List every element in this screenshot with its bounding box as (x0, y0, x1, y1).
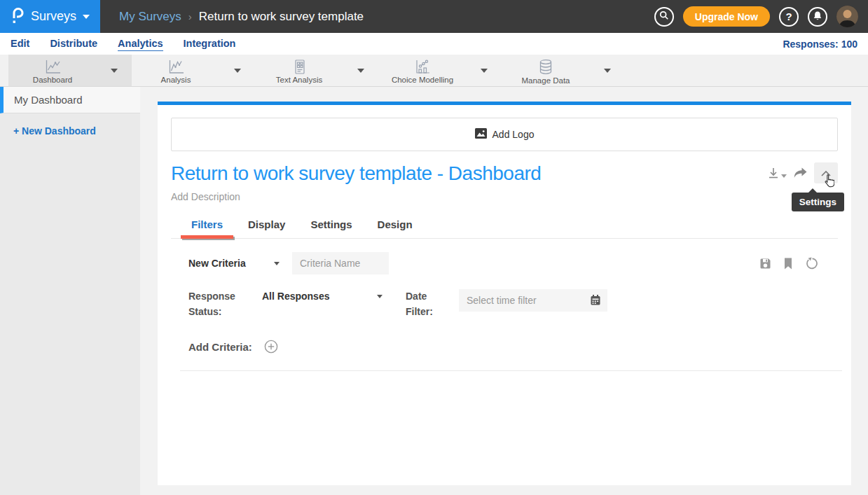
tab-design[interactable]: Design (378, 218, 413, 238)
tab-integration[interactable]: Integration (184, 36, 236, 51)
search-icon (659, 11, 669, 22)
dashboard-title[interactable]: Return to work survey template - Dashboa… (171, 162, 541, 185)
tab-edit[interactable]: Edit (11, 36, 29, 51)
criteria-row: New Criteria (188, 252, 838, 274)
dashboard-actions: Settings (767, 162, 838, 183)
toolbar-label: Analysis (161, 76, 191, 84)
product-label: Surveys (31, 9, 76, 24)
image-icon (475, 128, 487, 141)
text-analysis-dropdown-toggle[interactable] (343, 55, 378, 86)
breadcrumb-separator: › (188, 11, 192, 22)
chevron-down-icon (781, 174, 787, 178)
bell-icon (813, 11, 822, 23)
toolbar-label: Manage Data (521, 76, 570, 85)
dashboard-title-row: Return to work survey template - Dashboa… (171, 162, 838, 185)
chevron-down-icon (377, 295, 383, 298)
criteria-select[interactable]: New Criteria (188, 258, 280, 269)
tab-settings[interactable]: Settings (310, 218, 352, 238)
top-header-bar: Surveys My Surveys › Return to work surv… (0, 0, 868, 33)
card-accent-bar (158, 102, 851, 105)
response-status-select[interactable]: All Responses (262, 291, 383, 302)
tab-distribute[interactable]: Distribute (50, 36, 97, 51)
date-filter-label: Date Filter: (406, 289, 449, 319)
toolbar-label: Dashboard (33, 76, 72, 84)
tab-analytics[interactable]: Analytics (118, 36, 163, 51)
responses-count[interactable]: Responses: 100 (783, 39, 857, 50)
questionpro-logo-icon (11, 6, 25, 27)
add-logo-label: Add Logo (492, 129, 535, 140)
chevron-down-icon (111, 69, 118, 73)
chevron-down-icon (234, 69, 241, 73)
toolbar-item-text-analysis[interactable]: Text Analysis (255, 55, 343, 86)
main-content: Add Logo Return to work survey template … (140, 87, 868, 495)
toolbar-group-dashboard: Dashboard (8, 55, 132, 86)
toolbar-group-choice-modelling: Choice Modelling (378, 55, 502, 86)
date-filter-input[interactable] (459, 289, 607, 312)
database-icon (537, 59, 554, 76)
header-actions: Upgrade Now ? (654, 6, 868, 27)
toolbar-item-dashboard[interactable]: Dashboard (8, 55, 97, 86)
question-mark-icon: ? (785, 11, 792, 22)
criteria-actions (759, 257, 818, 270)
tab-display[interactable]: Display (248, 218, 285, 238)
share-button[interactable] (793, 167, 808, 179)
page-body: My Dashboard + New Dashboard Add Logo Re… (0, 87, 868, 495)
trend-chart-icon (167, 59, 185, 75)
bookmark-icon[interactable] (783, 257, 793, 270)
analysis-dropdown-toggle[interactable] (220, 55, 255, 86)
criteria-name-input[interactable] (292, 252, 389, 274)
add-description-button[interactable]: Add Description (171, 191, 838, 202)
add-criteria-label: Add Criteria: (188, 341, 252, 353)
line-chart-icon (44, 59, 62, 75)
chevron-down-icon (481, 69, 488, 73)
settings-tooltip: Settings (792, 193, 844, 211)
scatter-chart-icon (414, 59, 432, 75)
section-divider (180, 370, 842, 371)
reset-icon[interactable] (805, 257, 818, 270)
dashboard-dropdown-toggle[interactable] (97, 55, 132, 86)
add-criteria-row: Add Criteria: (188, 340, 838, 354)
response-status-value: All Responses (262, 291, 329, 302)
chevron-down-icon (274, 262, 280, 265)
section-nav-items: Edit Distribute Analytics Integration (11, 36, 235, 51)
search-button[interactable] (654, 7, 674, 27)
help-button[interactable]: ? (779, 7, 799, 27)
card-inner: Add Logo Return to work survey template … (158, 118, 851, 371)
download-button[interactable] (767, 167, 787, 180)
add-criteria-button[interactable] (264, 340, 278, 354)
calendar-icon[interactable] (590, 294, 601, 309)
add-logo-button[interactable]: Add Logo (171, 118, 838, 151)
toolbar-group-text-analysis: Text Analysis (255, 55, 378, 86)
choice-modelling-dropdown-toggle[interactable] (467, 55, 502, 86)
sidebar-item-my-dashboard[interactable]: My Dashboard (0, 87, 140, 113)
criteria-select-value: New Criteria (188, 258, 246, 269)
filters-pane: New Criteria (171, 252, 838, 371)
toolbar-group-manage-data: Manage Data (502, 55, 625, 86)
response-filter-row: Response Status: All Responses Date Filt… (188, 289, 838, 319)
toolbar-item-choice-modelling[interactable]: Choice Modelling (378, 55, 467, 86)
toolbar-item-analysis[interactable]: Analysis (132, 55, 220, 86)
chevron-down-icon (604, 69, 611, 73)
new-dashboard-button[interactable]: + New Dashboard (0, 113, 140, 137)
document-grid-icon (291, 59, 308, 75)
dashboard-sidebar: My Dashboard + New Dashboard (0, 87, 140, 495)
user-avatar[interactable] (836, 6, 858, 27)
upgrade-now-button[interactable]: Upgrade Now (683, 6, 770, 27)
breadcrumb: My Surveys › Return to work survey templ… (119, 10, 364, 24)
save-icon[interactable] (759, 257, 771, 270)
breadcrumb-my-surveys[interactable]: My Surveys (119, 10, 181, 24)
date-filter-field (459, 289, 607, 312)
notifications-button[interactable] (808, 7, 827, 27)
chevron-down-icon (83, 15, 90, 19)
breadcrumb-current-survey: Return to work survey template (199, 10, 364, 24)
mouse-cursor-pointer (824, 174, 834, 190)
toolbar-label: Choice Modelling (392, 76, 453, 84)
product-switcher[interactable]: Surveys (0, 0, 100, 33)
tab-filters[interactable]: Filters (191, 218, 223, 238)
dashboard-card: Add Logo Return to work survey template … (158, 102, 851, 485)
survey-section-nav: Edit Distribute Analytics Integration Re… (0, 33, 868, 55)
toolbar-label: Text Analysis (276, 76, 322, 84)
manage-data-dropdown-toggle[interactable] (590, 55, 625, 86)
chevron-down-icon (357, 69, 364, 73)
toolbar-item-manage-data[interactable]: Manage Data (502, 55, 590, 86)
